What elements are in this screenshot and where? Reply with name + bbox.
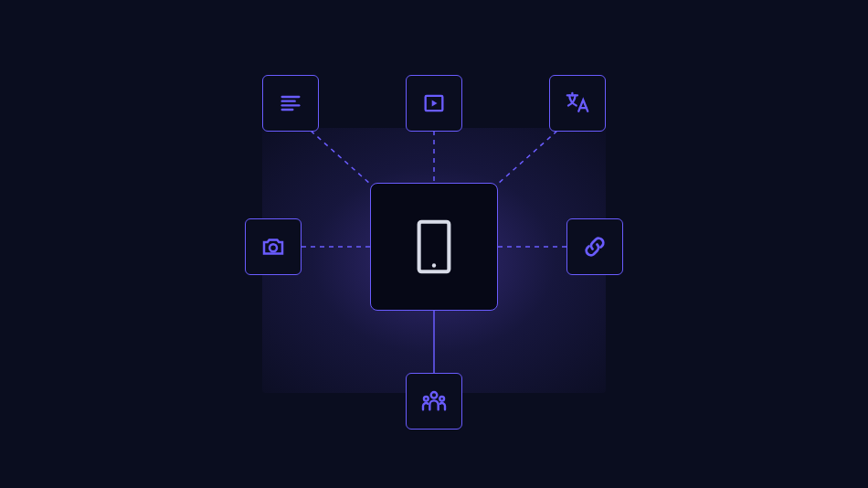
node-camera <box>245 218 302 275</box>
link-icon <box>581 233 609 260</box>
svg-marker-5 <box>432 101 438 107</box>
node-text <box>262 75 319 132</box>
svg-point-11 <box>432 263 436 267</box>
node-center-device <box>370 183 498 311</box>
svg-point-12 <box>431 392 438 398</box>
tablet-device-icon <box>414 219 454 274</box>
play-video-icon <box>421 90 447 116</box>
people-group-icon <box>419 387 449 416</box>
node-translate <box>549 75 606 132</box>
diagram-stage <box>0 0 868 488</box>
svg-point-14 <box>439 397 444 401</box>
text-lines-icon <box>278 90 303 116</box>
translate-icon <box>564 90 591 117</box>
node-link <box>566 218 623 275</box>
svg-point-13 <box>424 397 429 401</box>
camera-icon <box>259 233 287 260</box>
node-video <box>406 75 462 132</box>
node-people <box>406 373 462 430</box>
svg-point-9 <box>270 244 277 251</box>
